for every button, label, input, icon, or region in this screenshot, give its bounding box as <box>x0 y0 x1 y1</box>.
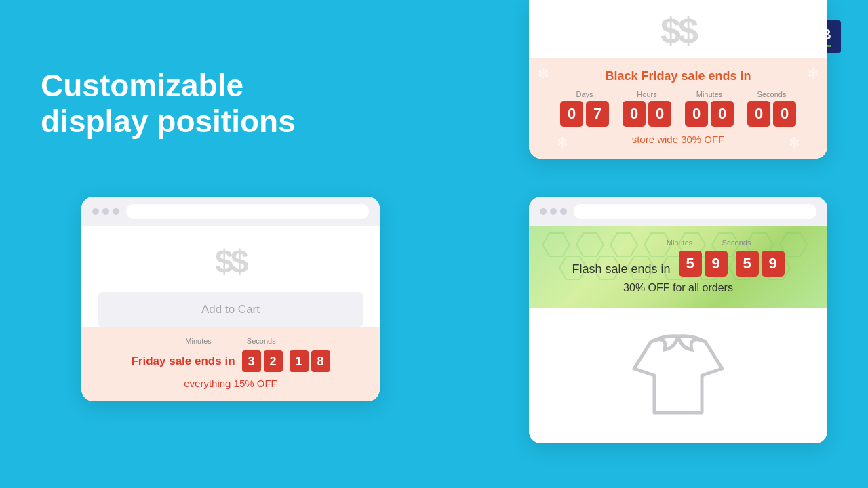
bl-min-1: 2 <box>264 350 283 372</box>
seconds-digits-top: 0 0 <box>747 101 796 127</box>
browser-dots-left <box>92 208 119 215</box>
bottom-left-seconds-digits: 1 8 <box>290 350 330 372</box>
browser-dot-1 <box>92 208 99 215</box>
br-min-0: 5 <box>679 251 702 277</box>
minutes-label-top: Minutes <box>696 90 723 98</box>
min-digit-0: 0 <box>685 101 708 127</box>
hour-digit-0: 0 <box>623 101 646 127</box>
hours-label: Hours <box>637 90 656 98</box>
seconds-group-top: Seconds 0 0 <box>747 90 796 127</box>
minutes-digits-top: 0 0 <box>685 101 734 127</box>
snowflake-icon-3: ❄ <box>556 134 568 152</box>
browser-url-bar-left <box>126 204 369 219</box>
browser-dot-2 <box>102 208 109 215</box>
top-right-banner-subtitle: store wide 30% OFF <box>542 134 814 145</box>
day-digit-0: 0 <box>560 101 583 127</box>
top-right-card: $$ ❄ ❄ ❄ ❄ Black Friday sale ends in Day… <box>529 0 827 159</box>
bottom-left-price-area: $$ <box>98 243 363 280</box>
heading-line2: display positions <box>41 104 296 139</box>
bottom-left-seconds-label: Seconds <box>247 337 276 345</box>
tshirt-area <box>529 308 827 443</box>
tshirt-icon <box>624 321 732 430</box>
br-banner-subtitle: 30% OFF for all orders <box>542 282 814 294</box>
days-digits: 0 7 <box>560 101 609 127</box>
minutes-group-top: Minutes 0 0 <box>685 90 734 127</box>
br-min-1: 9 <box>705 251 728 277</box>
bottom-left-countdown-banner: Minutes Seconds Friday sale ends in 3 2 … <box>81 327 380 401</box>
top-right-countdown-banner: ❄ ❄ ❄ ❄ Black Friday sale ends in Days 0… <box>529 58 827 159</box>
top-right-price-area: $$ <box>529 0 827 58</box>
bottom-left-minutes-digits: 3 2 <box>242 350 283 372</box>
br-minutes-digits: 5 9 <box>679 251 728 277</box>
snowflake-icon-4: ❄ <box>788 134 800 152</box>
br-seconds-label: Seconds <box>714 239 759 247</box>
flash-sale-row: Flash sale ends in 5 9 5 9 <box>542 251 814 277</box>
browser-url-bar-right <box>574 204 816 219</box>
browser-dot-r3 <box>560 208 567 215</box>
flash-sale-text: Flash sale ends in <box>572 262 670 277</box>
bottom-left-card-body: $$ Add to Cart <box>81 226 380 327</box>
add-to-cart-button[interactable]: Add to Cart <box>98 292 363 327</box>
days-label: Days <box>576 90 593 98</box>
bottom-right-countdown-banner: Minutes Seconds Flash sale ends in 5 9 5… <box>529 226 827 308</box>
browser-dot-r1 <box>540 208 547 215</box>
main-heading: Customizable display positions <box>41 68 296 140</box>
bottom-left-price-symbol: $$ <box>98 243 363 280</box>
bottom-left-banner-subtitle: everything 15% OFF <box>95 378 366 389</box>
br-seconds-digits: 5 9 <box>736 251 785 277</box>
bottom-left-countdown-inline: Friday sale ends in 3 2 1 8 <box>95 350 366 372</box>
days-group: Days 0 7 <box>560 90 609 127</box>
top-right-banner-title: Black Friday sale ends in <box>542 69 814 83</box>
browser-bar-right <box>529 197 827 226</box>
seconds-label-top: Seconds <box>757 90 787 98</box>
bl-min-0: 3 <box>242 350 261 372</box>
top-right-countdown-labels: Days 0 7 Hours 0 0 Minutes 0 0 <box>542 90 814 127</box>
day-digit-1: 7 <box>586 101 609 127</box>
hours-group: Hours 0 0 <box>623 90 671 127</box>
bottom-left-countdown-labels-row: Minutes Seconds <box>95 337 366 348</box>
hours-digits: 0 0 <box>623 101 671 127</box>
br-sec-0: 5 <box>736 251 759 277</box>
bottom-left-banner-title: Friday sale ends in <box>131 354 235 368</box>
br-sec-1: 9 <box>762 251 785 277</box>
hour-digit-1: 0 <box>648 101 671 127</box>
snowflake-icon-1: ❄ <box>537 65 549 83</box>
browser-dots-right <box>540 208 567 215</box>
browser-dot-r2 <box>550 208 557 215</box>
br-minutes-label: Minutes <box>657 239 702 247</box>
bottom-right-card: Minutes Seconds Flash sale ends in 5 9 5… <box>529 197 827 443</box>
bottom-left-minutes-label: Minutes <box>185 337 212 345</box>
bl-sec-1: 8 <box>311 350 330 372</box>
min-digit-1: 0 <box>711 101 734 127</box>
browser-dot-3 <box>113 208 119 215</box>
sec-digit-1: 0 <box>773 101 796 127</box>
bottom-left-card: $$ Add to Cart Minutes Seconds Friday sa… <box>81 197 380 401</box>
sec-digit-0: 0 <box>747 101 770 127</box>
heading-line1: Customizable <box>41 68 243 103</box>
browser-bar-left <box>81 197 380 226</box>
snowflake-icon-2: ❄ <box>807 65 819 83</box>
bl-sec-0: 1 <box>290 350 309 372</box>
top-right-price-symbol: $$ <box>542 12 814 49</box>
